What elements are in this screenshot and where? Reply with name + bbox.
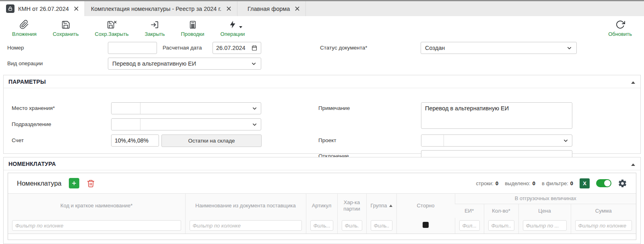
collapse-icon[interactable] xyxy=(631,79,636,87)
postings-button[interactable]: Проводки xyxy=(181,20,204,37)
exit-icon xyxy=(150,20,159,29)
floppy-icon xyxy=(61,20,70,29)
selected-count-value: 0 xyxy=(533,180,535,186)
filter-input-unit[interactable] xyxy=(459,220,480,231)
number-label: Номер xyxy=(7,45,24,51)
tab-main-form[interactable]: Главная форма xyxy=(242,1,306,16)
column-header-batch[interactable]: Хар-ка партии xyxy=(337,194,366,218)
nomenclature-title: НОМЕНКЛАТУРА xyxy=(8,161,56,167)
rows-count: строки: 0 xyxy=(476,180,498,186)
grid-title: Номенклатура xyxy=(17,180,62,187)
paperclip-icon xyxy=(19,20,29,29)
status-select[interactable]: Создан xyxy=(421,42,577,54)
calc-date-value: 26.07.2024 xyxy=(216,45,249,51)
close-button[interactable]: Закрыть xyxy=(144,20,165,37)
chevron-down-icon xyxy=(252,105,258,112)
operation-kind-value: Перевод в альтернативную ЕИ xyxy=(112,60,251,67)
column-header-sum[interactable]: Сумма xyxy=(571,204,636,218)
add-row-button[interactable] xyxy=(69,178,79,188)
toggle-knob xyxy=(604,180,611,186)
calc-date-label: Расчетная дата xyxy=(163,45,202,51)
filter-input-group[interactable] xyxy=(371,220,392,231)
filtered-count-label: в фильтре: xyxy=(542,180,568,186)
sort-ascending-icon xyxy=(389,205,392,207)
chevron-down-icon xyxy=(566,45,572,51)
rows-count-value: 0 xyxy=(495,180,498,186)
save-button[interactable]: Сохранить xyxy=(53,20,79,37)
calc-date-input[interactable]: 26.07.2024 xyxy=(213,42,261,54)
chevron-down-icon xyxy=(252,122,258,128)
button-label: Обновить xyxy=(608,31,632,37)
tab-label: КМН от 26.07.2024 xyxy=(18,6,69,12)
project-code-input[interactable] xyxy=(421,135,444,146)
parameters-body: Место хранения* Подразделение Счет Остат… xyxy=(4,88,640,154)
column-header-quantity[interactable]: Кол-во* xyxy=(484,204,518,218)
tab-close-icon[interactable] xyxy=(295,6,299,11)
operations-button[interactable]: Операции xyxy=(221,20,245,37)
operation-kind-select[interactable]: Перевод в альтернативную ЕИ xyxy=(108,58,261,70)
refresh-button[interactable]: Обновить xyxy=(608,20,632,37)
attachments-button[interactable]: Вложения xyxy=(12,20,37,37)
account-input[interactable] xyxy=(111,134,159,147)
column-header-article[interactable]: Артикул xyxy=(306,194,337,218)
export-excel-button[interactable]: X xyxy=(580,178,590,188)
trash-icon xyxy=(87,179,95,188)
selected-count: выделено: 0 xyxy=(505,180,535,186)
column-header-storno[interactable]: Сторно xyxy=(396,194,455,218)
plus-icon xyxy=(71,180,77,186)
tab-registry[interactable]: Комплектация номенклатуры - Реестр за 20… xyxy=(85,1,237,16)
selected-count-label: выделено: xyxy=(505,180,530,186)
nomenclature-table: Код и краткое наименование* Наименование… xyxy=(8,193,636,240)
column-header-code[interactable]: Код и краткое наименование* xyxy=(8,194,185,218)
department-code-input[interactable] xyxy=(111,119,140,130)
grid-toolbar-right: строки: 0 выделено: 0 в фильтре: 0 X xyxy=(476,178,627,188)
lightning-icon xyxy=(228,20,237,29)
storage-select[interactable] xyxy=(140,103,261,114)
project-select[interactable] xyxy=(444,135,572,146)
tab-label: Комплектация номенклатуры - Реестр за 20… xyxy=(91,6,221,12)
filter-input-quantity[interactable] xyxy=(488,220,514,231)
calculator-icon xyxy=(188,20,197,29)
document-lock-icon xyxy=(6,4,14,13)
save-close-button[interactable]: Сохр.Закрыть xyxy=(95,20,129,37)
chevron-down-icon xyxy=(563,138,569,144)
tab-close-icon[interactable] xyxy=(227,6,231,11)
number-input[interactable] xyxy=(108,42,157,54)
nomenclature-grid-panel: Номенклатура строки: 0 выделено: 0 xyxy=(8,173,636,240)
tab-close-icon[interactable] xyxy=(74,6,78,11)
collapse-icon[interactable] xyxy=(631,161,636,169)
column-header-supplier-name[interactable]: Наименование из документа поставщика xyxy=(185,194,306,218)
nomenclature-header: НОМЕНКЛАТУРА xyxy=(4,157,640,170)
refresh-icon xyxy=(615,20,625,29)
storno-filter-checkbox[interactable] xyxy=(423,222,429,228)
operations-caret-icon xyxy=(239,26,242,28)
grid-settings-button[interactable] xyxy=(618,179,627,188)
filter-toggle[interactable] xyxy=(596,179,611,187)
filter-input-price[interactable] xyxy=(523,220,567,231)
filter-input-code[interactable] xyxy=(12,220,181,231)
filter-input-sum[interactable] xyxy=(575,220,632,231)
column-header-group-label: Группа xyxy=(370,203,387,209)
filter-input-supplier-name[interactable] xyxy=(190,220,302,231)
note-textarea[interactable]: Перевод в альтернативную ЕИ xyxy=(421,102,572,129)
status-label: Статус документа* xyxy=(320,45,367,51)
tab-label: Главная форма xyxy=(248,6,290,12)
filter-input-article[interactable] xyxy=(310,220,333,231)
filter-input-batch[interactable] xyxy=(342,220,362,231)
filtered-count: в фильтре: 0 xyxy=(542,180,573,186)
column-header-group[interactable]: Группа xyxy=(366,194,396,218)
button-label: Операции xyxy=(221,31,245,37)
group-header-shipping-units: В отгрузочных величинах xyxy=(455,194,636,204)
storage-code-input[interactable] xyxy=(111,103,140,114)
calendar-icon[interactable] xyxy=(251,45,258,51)
tab-document[interactable]: КМН от 26.07.2024 xyxy=(0,1,85,16)
project-label: Проект xyxy=(318,137,336,143)
department-select[interactable] xyxy=(140,119,261,130)
column-header-unit[interactable]: ЕИ* xyxy=(455,204,484,218)
floppy-close-icon xyxy=(107,20,117,29)
delete-row-button[interactable] xyxy=(87,179,95,188)
button-label: Проводки xyxy=(181,31,204,37)
stock-balance-button[interactable]: Остатки на складе xyxy=(161,134,262,147)
column-header-price[interactable]: Цена xyxy=(518,204,571,218)
grid-toolbar: Номенклатура строки: 0 выделено: 0 xyxy=(8,173,636,193)
